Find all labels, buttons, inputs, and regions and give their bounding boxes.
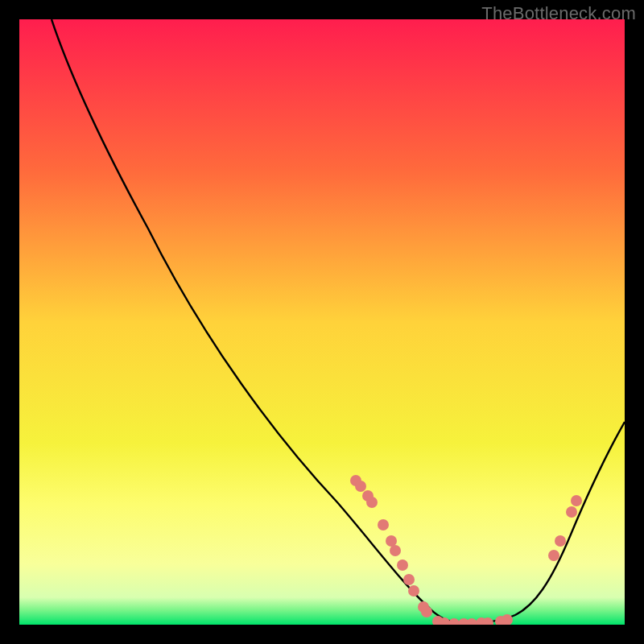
data-marker <box>397 559 408 571</box>
data-marker <box>390 545 401 556</box>
watermark-text: TheBottleneck.com <box>481 3 636 24</box>
data-marker <box>408 585 419 597</box>
plot-frame <box>19 19 625 625</box>
data-marker <box>378 519 389 530</box>
plot-background <box>19 19 625 625</box>
data-marker <box>386 535 397 547</box>
chart-svg <box>19 19 625 625</box>
data-marker <box>421 606 432 617</box>
data-marker <box>571 495 582 506</box>
data-marker <box>355 481 366 492</box>
data-marker <box>566 506 577 518</box>
data-marker <box>403 574 415 585</box>
data-marker <box>548 550 559 561</box>
data-marker <box>555 535 566 547</box>
data-marker <box>366 497 378 508</box>
